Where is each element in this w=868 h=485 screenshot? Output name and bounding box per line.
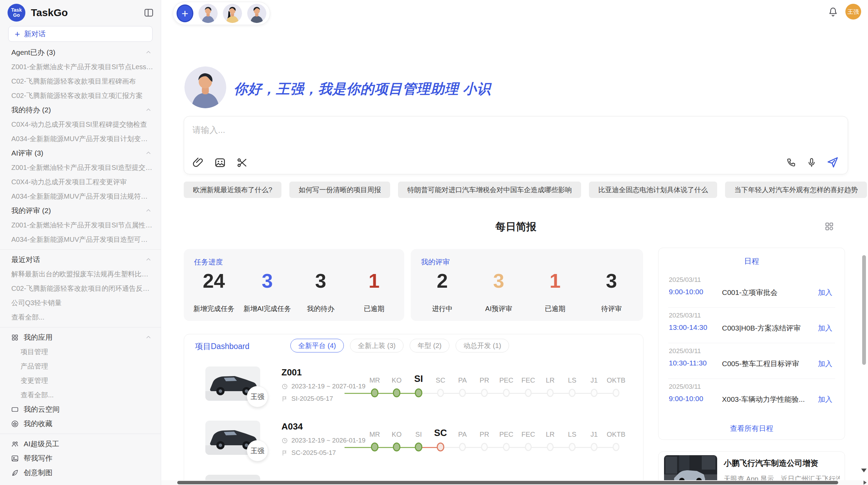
dashboard-tab[interactable]: 全新上装 (3) xyxy=(350,339,403,352)
milestone-dot xyxy=(459,443,466,451)
horizontal-scrollbar-thumb[interactable] xyxy=(177,481,838,484)
sidebar-tool-photo[interactable]: 帮我写作 xyxy=(0,451,161,465)
paperclip-icon[interactable] xyxy=(192,157,204,169)
sidebar-task-item[interactable]: C0X4-动力总成开发项目工程变更评审 xyxy=(0,175,161,189)
sidebar-task-item[interactable]: Z001-全新燃油皮卡产品开发项目SI节点Lesson Learn报告 xyxy=(0,60,161,74)
stat-value: 2 xyxy=(437,271,448,291)
app-sub-item[interactable]: 项目管理 xyxy=(0,345,161,359)
project-milestone-flag: SI-2025-05-17 xyxy=(281,395,365,402)
project-code[interactable]: Z001 xyxy=(281,367,365,378)
sidebar-section-header-s1[interactable]: 我的待办 (2) xyxy=(0,103,161,117)
dashboard-tab[interactable]: 全新平台 (4) xyxy=(290,339,344,352)
sidebar-task-item[interactable]: C0X4-动力总成开发项目SI里程碑提交物检查 xyxy=(0,117,161,132)
sidebar-task-item[interactable]: A034-全新新能源MUV产品开发项目法规符合性评审 xyxy=(0,189,161,203)
milestone-label: PR xyxy=(480,369,489,384)
recent-chat-item[interactable]: 解释最新出台的欧盟报废车法规再生塑料比例被调至15%... xyxy=(0,267,161,281)
join-link[interactable]: 加入 xyxy=(818,395,832,404)
recent-chat-item[interactable]: C02-飞腾新能源轻客改款项目的闭环通告反馈情况 xyxy=(0,281,161,296)
sidebar-section-header-recent[interactable]: 最近对话 xyxy=(0,252,161,267)
suggestion-chip[interactable]: 比亚迪全固态电池计划具体说了什么 xyxy=(589,182,717,198)
stat-cell: 3待评审 xyxy=(583,269,640,314)
milestone-dot xyxy=(613,443,619,451)
dashboard-tab[interactable]: 动总开发 (1) xyxy=(456,339,509,352)
user-avatar[interactable]: 王强 xyxy=(845,4,861,20)
schedule-item: 2025/03/1110:30-11:30C005-整车工程目标评审加入 xyxy=(668,343,835,379)
project-code[interactable]: A034 xyxy=(281,421,365,432)
agent-avatar[interactable] xyxy=(247,4,266,23)
stat-label: AI预评审 xyxy=(485,304,512,313)
sidebar-task-item[interactable]: A034-全新新能源MUV产品开发项目造型可行性评审 xyxy=(0,232,161,247)
milestone-track: MRKOSISCPAPRPECFECLRLSJ1OKTB xyxy=(364,423,627,451)
composer-actions xyxy=(786,156,839,169)
join-link[interactable]: 加入 xyxy=(818,288,832,297)
milestone-label: LR xyxy=(546,423,555,438)
stat-cell: 3我的待办 xyxy=(294,269,348,314)
sidebar-section-title: 我的评审 (2) xyxy=(11,206,51,215)
sidebar-item-cloud[interactable]: 我的云空间 xyxy=(0,402,161,416)
join-link[interactable]: 加入 xyxy=(818,323,832,333)
schedule-date: 2025/03/11 xyxy=(669,383,701,390)
suggestion-chip[interactable]: 欧洲新规最近颁布了什么? xyxy=(184,182,281,198)
milestone-node[interactable]: OKTB xyxy=(605,369,627,397)
schedule-time: 9:00-10:00 xyxy=(669,288,703,296)
sidebar: Task Go TaskGo + 新对话 Agent已办 (3)Z001-全新燃… xyxy=(0,0,161,485)
sidebar-task-item[interactable]: Z001-全新燃油轻卡产品开发项目SI节点属性5D文件评审 xyxy=(0,218,161,232)
suggestion-chip[interactable]: 如何写一份清晰的项目周报 xyxy=(289,182,390,198)
collapse-sidebar-icon[interactable] xyxy=(144,8,154,18)
milestone-node[interactable]: OKTB xyxy=(605,423,627,451)
project-info: A0342023-12-19 ~ 2026-01-19SC-2025-05-17 xyxy=(281,421,365,457)
sidebar-task-item[interactable]: C02-飞腾新能源轻客改款项目里程碑画布 xyxy=(0,74,161,88)
chevron-up-icon xyxy=(145,334,152,341)
view-all-schedule-link[interactable]: 查看所有日程 xyxy=(659,424,845,433)
new-chat-button[interactable]: + 新对话 xyxy=(8,26,153,42)
screenshot-scissors-icon[interactable] xyxy=(236,157,248,169)
agent-avatar[interactable] xyxy=(198,4,218,23)
sidebar-task-item[interactable]: A034-全新新能源MUV产品开发项目计划变更表编写 xyxy=(0,132,161,146)
sidebar-task-item[interactable]: Z001-全新燃油轻卡产品开发项目SI造型提交物评审 xyxy=(0,160,161,175)
layout-grid-icon[interactable] xyxy=(824,221,834,232)
sidebar-tool-quill[interactable]: 创意制图 xyxy=(0,465,161,480)
stat-cell: 3AI预评审 xyxy=(471,269,527,314)
agent-avatar[interactable] xyxy=(223,4,242,23)
send-icon[interactable] xyxy=(827,156,839,169)
sidebar-section-header-s3[interactable]: 我的评审 (2) xyxy=(0,203,161,218)
milestone-label: SC xyxy=(434,423,447,438)
sidebar-task-item[interactable]: C02-飞腾新能源轻客改款项目立项汇报方案 xyxy=(0,88,161,103)
scroll-down-arrow[interactable] xyxy=(861,469,867,472)
sidebar-tool-team[interactable]: AI超级员工 xyxy=(0,437,161,451)
vertical-scrollbar-thumb[interactable] xyxy=(862,255,866,365)
sidebar-item-star[interactable]: 我的收藏 xyxy=(0,416,161,431)
schedule-time: 10:30-11:30 xyxy=(669,359,707,367)
sidebar-section-header-s2[interactable]: AI评审 (3) xyxy=(0,146,161,160)
horizontal-scrollbar xyxy=(161,480,868,485)
chat-input[interactable] xyxy=(192,122,840,138)
suggestion-chip[interactable]: 当下年轻人对汽车外观有怎样的喜好趋势 xyxy=(725,182,867,198)
stat-label: 待评审 xyxy=(601,304,622,313)
project-dashboard-card: 项目Dashboard 全新平台 (4)全新上装 (3)年型 (2)动总开发 (… xyxy=(184,334,643,485)
stat-label: 新增AI完成任务 xyxy=(243,304,291,313)
milestone-label: SI xyxy=(414,369,423,384)
sidebar-section-header-s0[interactable]: Agent已办 (3) xyxy=(0,45,161,60)
recent-chat-item[interactable]: 查看全部... xyxy=(0,310,161,324)
stat-value: 3 xyxy=(315,271,326,291)
dashboard-title: 项目Dashboard xyxy=(195,341,250,352)
chevron-up-icon xyxy=(145,256,152,263)
app-sub-item[interactable]: 变更管理 xyxy=(0,373,161,388)
suggestion-chip[interactable]: 特朗普可能对进口汽车增税会对中国车企造成哪些影响 xyxy=(398,182,581,198)
add-agent-button[interactable]: + xyxy=(177,4,193,22)
recent-chat-item[interactable]: 公司Q3轻卡销量 xyxy=(0,296,161,310)
image-upload-icon[interactable] xyxy=(214,157,226,169)
scroll-right-arrow[interactable] xyxy=(864,481,867,485)
microphone-icon[interactable] xyxy=(806,157,817,168)
sidebar-item-my-apps[interactable]: 我的应用 xyxy=(0,330,161,345)
milestone-dot xyxy=(569,389,576,397)
milestone-label: PEC xyxy=(499,369,513,384)
notification-bell-icon[interactable] xyxy=(828,7,838,17)
dashboard-tab[interactable]: 年型 (2) xyxy=(410,339,449,352)
app-sub-item[interactable]: 查看全部... xyxy=(0,388,161,402)
phone-call-icon[interactable] xyxy=(786,157,797,168)
app-sub-item[interactable]: 产品管理 xyxy=(0,359,161,373)
logo-text-top: Task xyxy=(11,8,22,13)
join-link[interactable]: 加入 xyxy=(818,359,832,369)
quill-icon xyxy=(11,469,19,477)
